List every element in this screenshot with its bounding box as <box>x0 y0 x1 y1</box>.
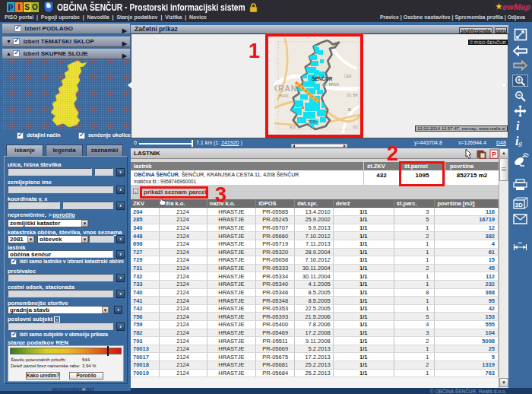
svg-text:3D: 3D <box>515 202 523 208</box>
svg-text:P: P <box>492 151 496 158</box>
svg-text:m: m <box>518 240 522 245</box>
